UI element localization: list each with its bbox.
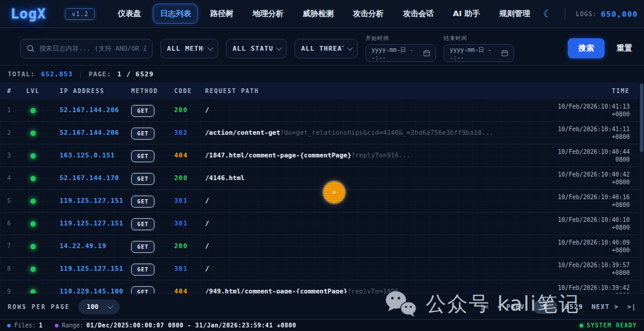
nav-item-1[interactable]: 日志列表	[153, 4, 198, 24]
stats-row: TOTAL: 652,853 | PAGE: 1 / 6529	[0, 66, 644, 82]
reset-button[interactable]: 重置	[617, 43, 632, 54]
logx-app: LogX v1.2 仪表盘日志列表路径树地理分析威胁检测攻击分析攻击会话AI 助…	[0, 0, 644, 331]
ip-address[interactable]: 52.167.144.170	[60, 174, 131, 182]
table-row[interactable]: 8 119.125.127.151 GET 301 / 10/Feb/2026:…	[0, 258, 639, 280]
nav-item-3[interactable]: 地理分析	[245, 4, 290, 24]
chevron-down-icon	[347, 45, 353, 51]
table-row[interactable]: 3 163.125.0.151 GET 404 /1847.html/comme…	[0, 144, 639, 167]
table-row[interactable]: 5 119.125.127.151 GET 301 / 10/Feb/2026:…	[0, 190, 639, 212]
top-navbar: LogX v1.2 仪表盘日志列表路径树地理分析威胁检测攻击分析攻击会话AI 助…	[0, 0, 644, 28]
current-page-button[interactable]: 1	[533, 300, 557, 314]
nav-item-7[interactable]: AI 助手	[445, 4, 487, 24]
table-row[interactable]: 6 119.125.127.151 GET 301 / 10/Feb/2026:…	[0, 212, 639, 235]
table-row[interactable]: 9 110.229.145.100 GET 404 /949.html/comm…	[0, 280, 639, 293]
request-path[interactable]: /949.html/comment-page-{commentPage}?rep…	[205, 287, 534, 293]
table-body: 1 52.167.144.206 GET 200 / 10/Feb/2026:1…	[0, 99, 639, 293]
next-page-button[interactable]: NEXT >	[592, 303, 619, 311]
ip-address[interactable]: 14.22.49.19	[60, 242, 131, 250]
nav-item-5[interactable]: 攻击分析	[345, 4, 391, 24]
level-cell	[26, 195, 60, 206]
status-filter-select[interactable]: ALL STATUS	[226, 39, 287, 58]
search-input[interactable]	[39, 45, 146, 52]
ip-address[interactable]: 119.125.127.151	[60, 197, 131, 205]
request-path[interactable]: /4146.html	[205, 174, 534, 182]
last-page-button[interactable]: >|	[627, 303, 636, 311]
request-path[interactable]: /	[205, 106, 534, 114]
col-time: TIME	[534, 88, 630, 94]
method-badge: GET	[131, 173, 154, 185]
level-dot	[30, 267, 36, 272]
level-cell	[26, 150, 60, 161]
chevron-down-icon	[107, 303, 113, 309]
table-row[interactable]: 4 52.167.144.170 GET 200 /4146.html 10/F…	[0, 167, 639, 190]
request-path[interactable]: /	[205, 265, 534, 273]
scrollbar-thumb[interactable]	[640, 83, 643, 152]
level-dot	[30, 108, 36, 113]
request-path[interactable]: /	[205, 219, 534, 227]
nav-item-6[interactable]: 攻击会话	[395, 4, 441, 24]
request-path[interactable]: /	[205, 197, 534, 205]
level-cell	[26, 127, 60, 138]
row-index: 1	[7, 107, 26, 113]
end-time-input[interactable]: yyyy-mm-日 --:--	[444, 44, 514, 62]
prev-page-button[interactable]: < PREV	[497, 303, 525, 311]
level-dot	[30, 131, 36, 136]
files-status: Files: 1	[7, 322, 43, 329]
timestamp: 10/Feb/2026:10:40:16+0800	[534, 193, 630, 209]
start-time-input[interactable]: yyyy-mm-日 --:--	[366, 44, 436, 62]
search-button[interactable]: 搜索	[568, 38, 605, 58]
nav-item-4[interactable]: 威胁检测	[295, 4, 340, 24]
page-value: 1 / 6529	[117, 70, 154, 78]
app-logo: LogX	[11, 6, 46, 21]
nav-item-0[interactable]: 仪表盘	[110, 4, 148, 24]
divider	[565, 8, 565, 20]
method-cell: GET	[131, 172, 174, 185]
method-cell: GET	[131, 217, 174, 230]
ip-address[interactable]: 119.125.127.151	[60, 265, 131, 273]
row-index: 9	[7, 288, 26, 293]
ip-address[interactable]: 52.167.144.206	[60, 129, 131, 137]
status-code: 404	[174, 287, 205, 293]
end-time-label: 结束时间	[444, 35, 514, 42]
nav-item-2[interactable]: 路径树	[203, 4, 240, 24]
method-cell: GET	[131, 240, 174, 253]
nav-item-8[interactable]: 规则管理	[492, 4, 537, 24]
rows-per-page-select[interactable]: 100	[78, 299, 120, 314]
method-cell: GET	[131, 126, 174, 140]
ip-address[interactable]: 110.229.145.100	[60, 287, 131, 293]
table-row[interactable]: 7 14.22.49.19 GET 200 / 10/Feb/2026:10:4…	[0, 235, 639, 258]
row-index: 8	[7, 265, 26, 272]
search-box[interactable]	[20, 39, 153, 58]
ip-address[interactable]: 52.167.144.206	[60, 106, 131, 114]
request-path[interactable]: /1847.html/comment-page-{commentPage}?re…	[205, 151, 534, 159]
page-label: PAGE:	[89, 70, 112, 78]
first-page-button[interactable]: |<	[480, 303, 489, 311]
table-scrollbar[interactable]	[640, 82, 643, 293]
row-index: 3	[7, 152, 26, 159]
request-path[interactable]: /action/content-get?do=get_relationships…	[205, 129, 534, 137]
ip-address[interactable]: 119.125.127.151	[60, 219, 131, 227]
filter-bar: ALL METHODS ALL STATUS ALL THREATS 开始时间 …	[0, 28, 644, 66]
method-filter-select[interactable]: ALL METHODS	[160, 39, 218, 58]
range-status: Range: 01/Dec/2025:00:00:07 0800 - 31/Ja…	[55, 322, 296, 329]
main-nav: 仪表盘日志列表路径树地理分析威胁检测攻击分析攻击会话AI 助手规则管理	[110, 4, 537, 24]
method-cell: GET	[131, 194, 174, 208]
table-row[interactable]: 1 52.167.144.206 GET 200 / 10/Feb/2026:1…	[0, 99, 639, 122]
ip-address[interactable]: 163.125.0.151	[60, 151, 131, 159]
request-path[interactable]: /	[205, 242, 534, 250]
level-cell	[26, 172, 60, 184]
table-row[interactable]: 2 52.167.144.206 GET 302 /action/content…	[0, 122, 639, 144]
footer-bar: ROWS PER PAGE 100 |< < PREV 1 6529 NEXT …	[0, 293, 644, 319]
cursor-click-indicator: ☀	[323, 181, 345, 203]
range-dot-icon	[55, 324, 58, 327]
threats-filter-select[interactable]: ALL THREATS	[295, 39, 358, 58]
sun-icon: ☀	[332, 189, 336, 196]
row-index: 7	[7, 243, 26, 249]
logs-counter: LOGS: 650,000	[576, 10, 638, 18]
logs-label: LOGS:	[576, 11, 597, 17]
theme-toggle-moon-icon[interactable]: ☾	[537, 5, 555, 22]
total-value: 652,853	[41, 70, 73, 78]
system-status: SYSTEM READY	[580, 322, 637, 329]
col-ip: IP ADDRESS	[60, 88, 131, 94]
pagination: |< < PREV 1 6529 NEXT > >|	[480, 300, 636, 314]
